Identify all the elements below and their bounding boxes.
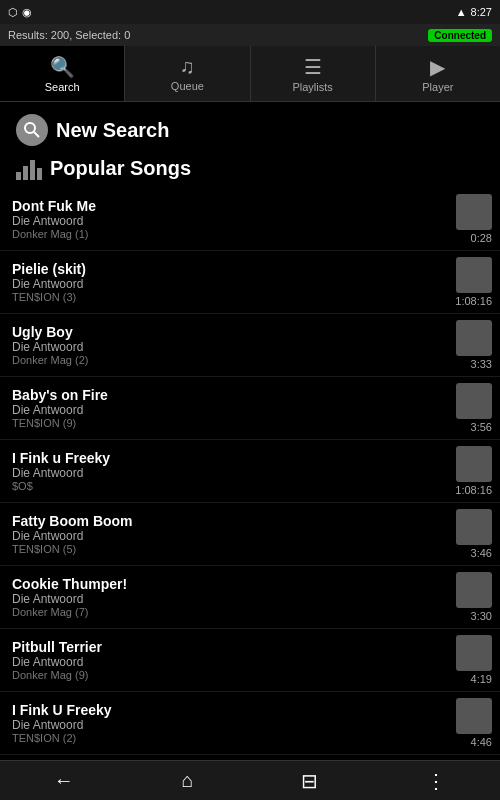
- playlists-tab-icon: ☰: [304, 55, 322, 79]
- song-duration: 3:56: [452, 421, 492, 433]
- tab-playlists-label: Playlists: [292, 81, 332, 93]
- song-artist: Die Antwoord: [12, 655, 448, 669]
- list-item[interactable]: Dont Fuk Me Die Antwoord Donker Mag (1) …: [0, 188, 500, 251]
- song-title: I Fink u Freeky: [12, 450, 448, 466]
- song-album: TEN$ION (5): [12, 543, 448, 555]
- tab-queue[interactable]: ♫ Queue: [125, 46, 250, 101]
- song-thumb-wrapper: 3:56: [448, 383, 492, 433]
- song-thumbnail: [456, 446, 492, 482]
- song-title: Cookie Thumper!: [12, 576, 448, 592]
- song-duration: 1:08:16: [452, 295, 492, 307]
- song-album: Donker Mag (1): [12, 228, 448, 240]
- tab-queue-label: Queue: [171, 80, 204, 92]
- song-artist: Die Antwoord: [12, 529, 448, 543]
- new-search-label: New Search: [56, 119, 169, 142]
- status-bar: ⬡ ◉ ▲ 8:27: [0, 0, 500, 24]
- song-artist: Die Antwoord: [12, 214, 448, 228]
- song-thumbnail: [456, 383, 492, 419]
- song-thumb-wrapper: 4:19: [448, 635, 492, 685]
- song-duration: 3:30: [452, 610, 492, 622]
- song-thumbnail: [456, 257, 492, 293]
- song-album: Donker Mag (7): [12, 606, 448, 618]
- recent-button[interactable]: ⊟: [301, 769, 318, 793]
- song-info: I Fink U Freeky Die Antwoord TEN$ION (2): [12, 702, 448, 744]
- song-duration: 4:46: [452, 736, 492, 748]
- song-artist: Die Antwoord: [12, 466, 448, 480]
- song-album: TEN$ION (9): [12, 417, 448, 429]
- song-thumb-wrapper: 3:33: [448, 320, 492, 370]
- song-info: Ugly Boy Die Antwoord Donker Mag (2): [12, 324, 448, 366]
- tab-search[interactable]: 🔍 Search: [0, 46, 125, 101]
- bluetooth-icon: ⬡: [8, 6, 18, 19]
- song-thumb-wrapper: 0:28: [448, 194, 492, 244]
- bar-chart-icon: [16, 156, 42, 180]
- tab-player-label: Player: [422, 81, 453, 93]
- song-title: I Fink U Freeky: [12, 702, 448, 718]
- back-button[interactable]: ←: [54, 769, 74, 792]
- info-bar: Results: 200, Selected: 0 Connected: [0, 24, 500, 46]
- song-album: $O$: [12, 480, 448, 492]
- song-thumbnail: [456, 509, 492, 545]
- wifi-icon: ◉: [22, 6, 32, 19]
- song-thumbnail: [456, 572, 492, 608]
- song-thumb-wrapper: 3:30: [448, 572, 492, 622]
- search-tab-icon: 🔍: [50, 55, 75, 79]
- tab-bar: 🔍 Search ♫ Queue ☰ Playlists ▶ Player: [0, 46, 500, 102]
- song-thumbnail: [456, 698, 492, 734]
- list-item[interactable]: Pitbull Terrier Die Antwoord Donker Mag …: [0, 629, 500, 692]
- list-item[interactable]: I Fink u Freeky Die Antwoord $O$ 1:08:16: [0, 440, 500, 503]
- queue-tab-icon: ♫: [180, 55, 195, 78]
- svg-point-0: [25, 123, 35, 133]
- home-button[interactable]: ⌂: [182, 769, 194, 792]
- status-right: ▲ 8:27: [456, 6, 492, 18]
- list-item[interactable]: Fatty Boom Boom Die Antwoord TEN$ION (5)…: [0, 503, 500, 566]
- connected-badge: Connected: [428, 29, 492, 42]
- content-area: New Search Popular Songs Dont Fuk Me Die…: [0, 102, 500, 760]
- song-info: Dont Fuk Me Die Antwoord Donker Mag (1): [12, 198, 448, 240]
- song-artist: Die Antwoord: [12, 340, 448, 354]
- song-artist: Die Antwoord: [12, 403, 448, 417]
- song-list: Dont Fuk Me Die Antwoord Donker Mag (1) …: [0, 188, 500, 760]
- song-thumb-wrapper: 4:46: [448, 698, 492, 748]
- song-title: Pitbull Terrier: [12, 639, 448, 655]
- song-title: Ugly Boy: [12, 324, 448, 340]
- results-count: Results: 200, Selected: 0: [8, 29, 130, 41]
- song-title: Baby's on Fire: [12, 387, 448, 403]
- popular-songs-header: Popular Songs: [0, 152, 500, 188]
- more-button[interactable]: ⋮: [426, 769, 446, 793]
- song-title: Pielie (skit): [12, 261, 448, 277]
- song-duration: 3:33: [452, 358, 492, 370]
- song-duration: 0:28: [452, 232, 492, 244]
- song-thumb-wrapper: 3:46: [448, 509, 492, 559]
- tab-search-label: Search: [45, 81, 80, 93]
- list-item[interactable]: I Fink U Freeky Die Antwoord TEN$ION (2)…: [0, 692, 500, 755]
- list-item[interactable]: Baby's on Fire Die Antwoord TEN$ION (9) …: [0, 377, 500, 440]
- svg-line-1: [34, 132, 39, 137]
- song-album: TEN$ION (3): [12, 291, 448, 303]
- song-artist: Die Antwoord: [12, 277, 448, 291]
- song-info: Pitbull Terrier Die Antwoord Donker Mag …: [12, 639, 448, 681]
- song-info: Cookie Thumper! Die Antwoord Donker Mag …: [12, 576, 448, 618]
- new-search-row[interactable]: New Search: [0, 102, 500, 152]
- song-album: TEN$ION (2): [12, 732, 448, 744]
- status-left-icons: ⬡ ◉: [8, 6, 32, 19]
- popular-songs-label: Popular Songs: [50, 157, 191, 180]
- song-artist: Die Antwoord: [12, 718, 448, 732]
- song-title: Fatty Boom Boom: [12, 513, 448, 529]
- song-thumbnail: [456, 320, 492, 356]
- list-item[interactable]: Pielie (skit) Die Antwoord TEN$ION (3) 1…: [0, 251, 500, 314]
- time-display: 8:27: [471, 6, 492, 18]
- list-item[interactable]: Cookie Thumper! Die Antwoord Donker Mag …: [0, 566, 500, 629]
- wifi-signal-icon: ▲: [456, 6, 467, 18]
- list-item[interactable]: Ugly Boy Die Antwoord Donker Mag (2) 3:3…: [0, 314, 500, 377]
- tab-player[interactable]: ▶ Player: [376, 46, 500, 101]
- song-album: Donker Mag (2): [12, 354, 448, 366]
- song-thumb-wrapper: 1:08:16: [448, 257, 492, 307]
- song-info: Baby's on Fire Die Antwoord TEN$ION (9): [12, 387, 448, 429]
- song-thumbnail: [456, 194, 492, 230]
- bottom-nav: ← ⌂ ⊟ ⋮: [0, 760, 500, 800]
- tab-playlists[interactable]: ☰ Playlists: [251, 46, 376, 101]
- song-album: Donker Mag (9): [12, 669, 448, 681]
- song-info: Fatty Boom Boom Die Antwoord TEN$ION (5): [12, 513, 448, 555]
- song-duration: 3:46: [452, 547, 492, 559]
